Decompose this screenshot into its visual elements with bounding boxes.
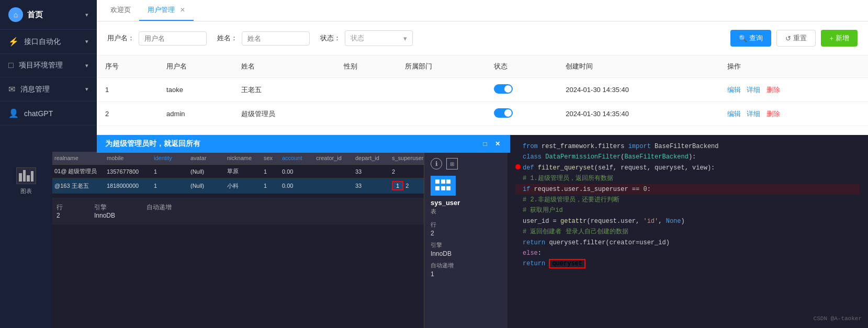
delete-link[interactable]: 删除: [766, 86, 780, 94]
col-header-mobile: mobile: [107, 155, 154, 161]
cell-nickname: 草原: [227, 167, 264, 175]
status-select[interactable]: 状态 ▾: [345, 30, 413, 46]
code-line-1: from rest_framework.filters import BaseF…: [515, 141, 860, 152]
db-table-area: realname mobile identity avatar nickname…: [52, 152, 424, 328]
status-toggle[interactable]: [494, 108, 513, 118]
edit-link[interactable]: 编辑: [727, 86, 741, 94]
status-toggle[interactable]: [494, 84, 513, 94]
cell-identity: 1: [154, 183, 190, 189]
cell-realname: 超级管理员: [233, 102, 335, 126]
cell-id: 1: [97, 78, 158, 102]
user-table: 序号 用户名 姓名 性别 所属部门 状态 创建时间 操作 1 taoke 王老五: [97, 55, 868, 126]
code-line-3: def filter_queryset(self, request, query…: [515, 163, 860, 173]
table-row: 1 taoke 王老五 2024-01-30 14:35:40 编辑 详细 删除: [97, 78, 868, 102]
col-status: 状态: [486, 55, 557, 78]
sidebar-item-label: 项目环境管理: [19, 61, 63, 70]
cell-status: [486, 78, 557, 102]
sys-user-table-icon: [431, 176, 456, 196]
username-input[interactable]: [139, 31, 207, 46]
engine-value: InnoDB: [431, 250, 501, 257]
grid-icon[interactable]: ⊞: [446, 158, 458, 169]
auto-increment-value: 1: [431, 270, 501, 278]
filter-group-status: 状态： 状态 ▾: [320, 30, 413, 46]
col-header-avatar: avatar: [190, 155, 227, 161]
cell-account: 0.00: [282, 168, 316, 175]
detail-link[interactable]: 详细: [747, 110, 760, 118]
sidebar-logo[interactable]: ⌂ 首页 ▾: [0, 0, 97, 30]
tab-welcome[interactable]: 欢迎页: [102, 0, 139, 21]
cell-status: [486, 102, 557, 126]
col-department: 所属部门: [397, 55, 486, 78]
minimize-button[interactable]: □: [481, 140, 489, 148]
info-auto-increment: 自动递增: [146, 203, 172, 219]
cell-username: taoke: [158, 78, 233, 102]
username-label: 用户名：: [107, 33, 134, 43]
delete-link[interactable]: 删除: [766, 110, 780, 118]
info-rows: 行 2: [57, 203, 63, 219]
col-header-s-superuser: s_superuser: [392, 155, 424, 161]
col-header-creator-id: creator_id: [316, 155, 355, 161]
db-col-headers: realname mobile identity avatar nickname…: [52, 152, 424, 165]
add-button[interactable]: + 新增: [821, 30, 858, 47]
plus-icon: +: [829, 35, 833, 42]
cell-sex: 1: [264, 183, 282, 189]
search-icon: 🔍: [739, 35, 747, 42]
tab-bar: 欢迎页 用户管理 ✕: [97, 0, 868, 21]
sidebar-logo-arrow: ▾: [85, 12, 88, 18]
cell-nickname: 小科: [227, 182, 264, 190]
cell-mobile: 1357677800: [107, 168, 154, 175]
col-header-sex: sex: [264, 155, 282, 161]
tab-close-icon[interactable]: ✕: [180, 6, 185, 14]
code-line-8: user_id = getattr(request.user, 'id', No…: [515, 216, 860, 227]
cell-id: 2: [97, 102, 158, 126]
cell-department: [397, 78, 486, 102]
cell-realname: @163 王老五: [54, 182, 107, 190]
sys-user-name: sys_user: [431, 199, 501, 207]
window-buttons: □ ✕: [481, 140, 502, 148]
col-username: 用户名: [158, 55, 233, 78]
realname-label: 姓名：: [217, 33, 238, 43]
col-id: 序号: [97, 55, 158, 78]
chevron-down-icon: ▾: [85, 38, 88, 45]
sidebar-item-chatgpt[interactable]: 👤 chatGPT: [0, 101, 97, 126]
filter-actions: 🔍 查询 ↺ 重置 + 新增: [730, 30, 858, 47]
sidebar-logo-text: 首页: [27, 10, 43, 20]
code-line-9: # 返回创建者 登录人自己创建的数据: [515, 227, 860, 237]
project-env-icon: □: [8, 61, 14, 70]
panel-icons: ℹ ⊞: [431, 158, 501, 169]
chevron-down-icon: ▾: [403, 35, 407, 42]
info-icon[interactable]: ℹ: [431, 158, 442, 169]
status-select-placeholder: 状态: [351, 33, 364, 43]
code-line-2: class DataPermissionFilter(BaseFilterBac…: [515, 152, 860, 162]
close-button[interactable]: ✕: [493, 140, 502, 148]
code-line-10: return queryset.filter(creator=user_id): [515, 237, 860, 248]
tab-user-management[interactable]: 用户管理 ✕: [139, 0, 194, 21]
realname-input[interactable]: [242, 31, 310, 46]
col-header-nickname: nickname: [227, 155, 264, 161]
chart-icon: [16, 167, 36, 184]
sidebar-item-label: 消息管理: [20, 85, 50, 94]
db-table-info: 行 2 引擎 InnoDB 自动递增: [52, 198, 424, 224]
status-label: 状态：: [320, 33, 341, 43]
cell-account: 0.00: [282, 183, 316, 189]
detail-link[interactable]: 详细: [747, 86, 760, 94]
reset-button[interactable]: ↺ 重置: [776, 30, 816, 47]
col-realname: 姓名: [233, 55, 335, 78]
cell-gender: [335, 78, 397, 102]
query-button[interactable]: 🔍 查询: [730, 30, 771, 47]
home-logo-icon: ⌂: [8, 7, 23, 22]
sidebar-item-api-automation[interactable]: ⚡ 接口自动化 ▾: [0, 30, 97, 54]
cell-realname: 王老五: [233, 78, 335, 102]
col-gender: 性别: [335, 55, 397, 78]
code-line-6: # 2.非超级管理员，还要进行判断: [515, 195, 860, 205]
cell-s-superuser: 1 2: [392, 181, 424, 190]
highlighted-return: queryset: [549, 259, 585, 268]
sidebar-item-label: 接口自动化: [24, 37, 61, 47]
edit-link[interactable]: 编辑: [727, 110, 741, 118]
breakpoint-dot: [515, 164, 521, 169]
engine-label: 引擎: [431, 241, 501, 249]
filter-area: 用户名： 姓名： 状态： 状态 ▾ 🔍 查询 ↺: [97, 21, 868, 55]
rows-value: 2: [431, 230, 501, 237]
sidebar-item-message[interactable]: ✉ 消息管理 ▾: [0, 77, 97, 101]
sidebar-item-project-env[interactable]: □ 项目环境管理 ▾: [0, 54, 97, 77]
